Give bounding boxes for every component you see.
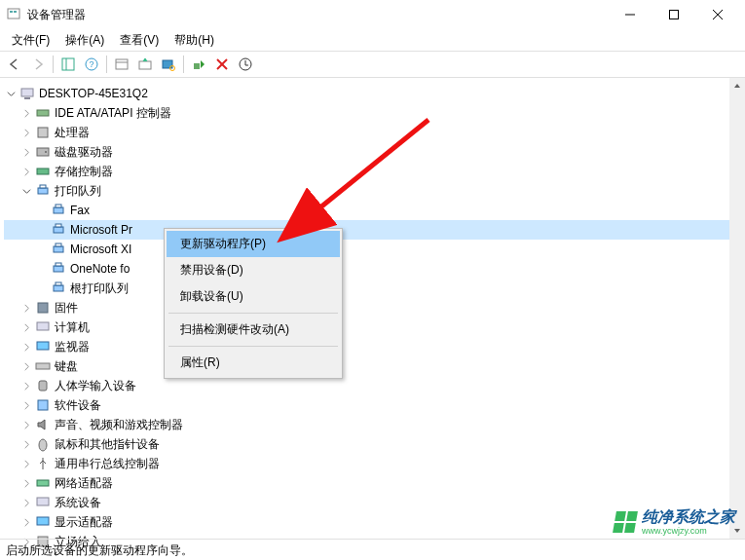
- tree-category[interactable]: 鼠标和其他指针设备: [4, 434, 741, 454]
- category-label: 网络适配器: [55, 475, 113, 492]
- svg-rect-24: [37, 148, 49, 156]
- svg-rect-41: [37, 342, 49, 350]
- chevron-right-icon[interactable]: [19, 379, 33, 392]
- uninstall-button[interactable]: [211, 54, 233, 75]
- separator: [106, 56, 107, 73]
- menu-view[interactable]: 查看(V): [112, 30, 167, 51]
- chevron-right-icon[interactable]: [19, 437, 33, 451]
- help-button[interactable]: ?: [81, 54, 102, 75]
- mouse-icon: [35, 436, 51, 452]
- chevron-right-icon[interactable]: [19, 106, 33, 120]
- chevron-right-icon[interactable]: [19, 476, 33, 490]
- chevron-right-icon[interactable]: [19, 359, 33, 373]
- category-label: 处理器: [55, 125, 90, 141]
- category-label: 磁盘驱动器: [55, 144, 113, 161]
- chevron-right-icon[interactable]: [19, 126, 33, 139]
- ctx-scan-hardware[interactable]: 扫描检测硬件改动(A): [167, 317, 340, 343]
- tree-category-printers[interactable]: 打印队列: [4, 181, 741, 201]
- system-icon: [35, 495, 51, 510]
- printer-item[interactable]: Fax: [4, 201, 741, 220]
- svg-rect-47: [37, 498, 49, 505]
- printer-label: Microsoft Pr: [70, 223, 132, 237]
- update-driver-button[interactable]: [134, 54, 156, 75]
- svg-rect-36: [56, 263, 61, 266]
- tree-category[interactable]: 处理器: [4, 123, 741, 142]
- printer-item-selected[interactable]: Microsoft Pr: [4, 220, 741, 240]
- forward-button[interactable]: [27, 54, 49, 75]
- disable-button[interactable]: [235, 54, 256, 75]
- show-hide-tree-button[interactable]: [57, 54, 79, 75]
- separator: [183, 56, 184, 73]
- tree-category[interactable]: 声音、视频和游戏控制器: [4, 415, 741, 434]
- device-tree[interactable]: DESKTOP-45E31Q2 IDE ATA/ATAPI 控制器 处理器 磁盘…: [0, 78, 745, 557]
- printer-icon: [51, 261, 66, 277]
- enable-button[interactable]: [188, 54, 209, 75]
- category-label: 打印队列: [55, 183, 101, 200]
- tree-category[interactable]: 人体学输入设备: [4, 376, 741, 395]
- tree-category[interactable]: 磁盘驱动器: [4, 142, 741, 162]
- window-title: 设备管理器: [27, 7, 608, 23]
- tree-category[interactable]: 键盘: [4, 356, 741, 376]
- svg-rect-29: [54, 207, 63, 213]
- svg-rect-32: [56, 224, 61, 227]
- tree-category[interactable]: 存储控制器: [4, 162, 741, 181]
- menu-file[interactable]: 文件(F): [4, 30, 57, 51]
- chevron-right-icon[interactable]: [19, 515, 33, 529]
- tree-category[interactable]: 监视器: [4, 337, 741, 356]
- menu-action[interactable]: 操作(A): [57, 30, 112, 51]
- tree-category[interactable]: 固件: [4, 298, 741, 317]
- close-button[interactable]: [695, 0, 739, 29]
- usb-icon: [35, 456, 51, 471]
- scan-hardware-button[interactable]: [158, 54, 179, 75]
- ctx-disable-device[interactable]: 禁用设备(D): [167, 257, 340, 283]
- chevron-right-icon[interactable]: [19, 398, 33, 412]
- chevron-right-icon[interactable]: [19, 340, 33, 354]
- chevron-right-icon[interactable]: [19, 145, 33, 159]
- cpu-icon: [35, 125, 51, 140]
- printer-icon: [51, 242, 66, 257]
- ide-icon: [35, 105, 51, 121]
- tree-category[interactable]: 计算机: [4, 317, 741, 337]
- svg-rect-31: [54, 227, 63, 233]
- svg-rect-26: [37, 168, 49, 174]
- category-label: 显示适配器: [55, 514, 113, 531]
- tree-category[interactable]: 通用串行总线控制器: [4, 454, 741, 473]
- chevron-right-icon[interactable]: [19, 165, 33, 178]
- printer-item[interactable]: OneNote fo: [4, 259, 741, 279]
- minimize-button[interactable]: [608, 0, 652, 29]
- ctx-uninstall-device[interactable]: 卸载设备(U): [167, 283, 340, 310]
- tree-category[interactable]: 网络适配器: [4, 473, 741, 493]
- context-menu: 更新驱动程序(P) 禁用设备(D) 卸载设备(U) 扫描检测硬件改动(A) 属性…: [164, 228, 343, 379]
- printer-item[interactable]: Microsoft XI: [4, 240, 741, 259]
- svg-rect-23: [38, 128, 48, 137]
- tree-category[interactable]: 软件设备: [4, 395, 741, 415]
- properties-button[interactable]: [111, 54, 132, 75]
- chevron-right-icon[interactable]: [19, 496, 33, 509]
- menu-help[interactable]: 帮助(H): [167, 30, 222, 51]
- category-label: 声音、视频和游戏控制器: [55, 417, 183, 433]
- back-button[interactable]: [4, 54, 25, 75]
- chevron-right-icon[interactable]: [19, 457, 33, 470]
- ctx-properties[interactable]: 属性(R): [167, 350, 340, 376]
- chevron-right-icon[interactable]: [19, 418, 33, 431]
- chevron-right-icon[interactable]: [19, 301, 33, 315]
- svg-rect-37: [54, 285, 63, 291]
- svg-rect-27: [38, 188, 48, 194]
- tree-category[interactable]: IDE ATA/ATAPI 控制器: [4, 103, 741, 123]
- hid-icon: [35, 378, 51, 393]
- firmware-icon: [35, 300, 51, 316]
- printer-item[interactable]: 根打印队列: [4, 279, 741, 298]
- ctx-update-driver[interactable]: 更新驱动程序(P): [167, 231, 340, 257]
- chevron-right-icon[interactable]: [19, 320, 33, 334]
- maximize-button[interactable]: [652, 0, 695, 29]
- svg-rect-21: [24, 97, 30, 99]
- chevron-down-icon[interactable]: [4, 87, 18, 100]
- watermark-text: 纯净系统之家: [642, 507, 735, 528]
- disk-icon: [35, 144, 51, 160]
- vertical-scrollbar[interactable]: [729, 78, 745, 539]
- monitor-icon: [35, 339, 51, 355]
- svg-rect-46: [37, 480, 49, 486]
- chevron-down-icon[interactable]: [19, 184, 33, 198]
- tree-root[interactable]: DESKTOP-45E31Q2: [4, 84, 741, 103]
- scroll-up-button[interactable]: [729, 78, 745, 93]
